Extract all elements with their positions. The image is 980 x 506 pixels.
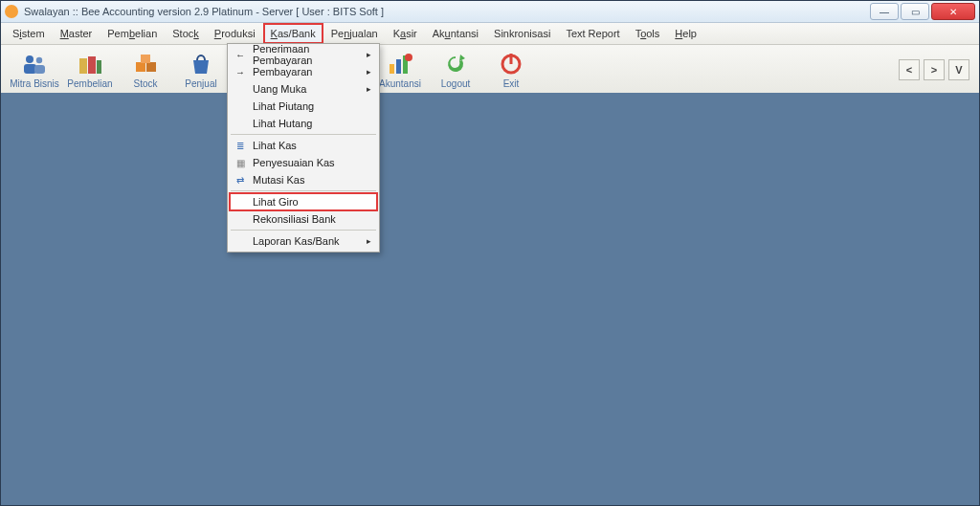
toolbar-label: Pembelian — [67, 78, 112, 89]
dd-label: Lihat Kas — [253, 140, 297, 151]
svg-rect-7 — [136, 62, 145, 72]
dd-uang-muka[interactable]: Uang Muka ▸ — [230, 80, 377, 98]
nav-dropdown-button[interactable]: V — [948, 59, 969, 80]
dd-label: Rekonsiliasi Bank — [253, 213, 336, 225]
toolbar-label: Akuntansi — [379, 78, 421, 89]
power-icon — [497, 52, 525, 77]
toolbar-label: Logout — [441, 78, 471, 89]
menu-akuntansi[interactable]: Akuntansi — [425, 23, 486, 44]
menu-produksi[interactable]: Produksi — [207, 23, 263, 44]
dd-label: Uang Muka — [253, 83, 306, 95]
kas-bank-dropdown: ← Penerimaan Pembayaran ▸ → Pembayaran ▸… — [227, 43, 380, 253]
toolbar-pembelian[interactable]: Pembelian — [62, 46, 118, 94]
nav-prev-button[interactable]: < — [899, 59, 920, 80]
toolbar-label: Penjual — [185, 78, 216, 89]
dropdown-separator — [231, 134, 376, 135]
menu-sinkronisasi[interactable]: Sinkronisasi — [486, 23, 558, 44]
toolbar-akuntansi[interactable]: Akuntansi — [372, 46, 428, 94]
svg-rect-9 — [141, 55, 150, 63]
dd-label: Lihat Hutang — [253, 118, 312, 129]
dd-lihat-hutang[interactable]: Lihat Hutang — [230, 115, 377, 132]
toolbar-label: Exit — [503, 78, 520, 89]
refresh-icon — [441, 52, 470, 77]
maximize-button[interactable]: ▭ — [901, 3, 929, 20]
dd-lihat-giro[interactable]: Lihat Giro — [230, 193, 377, 210]
minimize-button[interactable]: — — [870, 3, 899, 20]
menu-pembelian[interactable]: Pembelian — [100, 23, 165, 44]
menu-master[interactable]: Master — [53, 23, 100, 44]
menu-stock[interactable]: Stock — [165, 23, 207, 44]
menu-tools[interactable]: Tools — [628, 23, 668, 44]
dd-lihat-piutang[interactable]: Lihat Piutang — [230, 98, 377, 115]
toolbar-penjualan[interactable]: Penjual — [173, 46, 229, 94]
people-icon — [20, 52, 49, 77]
svg-point-1 — [36, 56, 42, 62]
app-icon — [5, 5, 18, 18]
svg-rect-3 — [34, 65, 45, 74]
toolbar-stock[interactable]: Stock — [118, 46, 173, 94]
boxes-icon — [131, 52, 160, 77]
dd-lihat-kas[interactable]: ≣ Lihat Kas — [230, 137, 377, 154]
menu-help[interactable]: Help — [667, 23, 704, 44]
svg-rect-11 — [396, 59, 401, 74]
dd-label: Lihat Piutang — [253, 100, 314, 112]
menu-kas-bank[interactable]: Kas/Bank — [263, 23, 323, 44]
dd-label: Pembayaran — [253, 66, 312, 77]
svg-rect-4 — [79, 58, 87, 74]
menu-bar: Sistem Master Pembelian Stock Produksi K… — [1, 23, 979, 45]
svg-rect-10 — [390, 64, 394, 74]
svg-rect-6 — [97, 60, 101, 74]
arrow-left-icon: ← — [234, 48, 247, 61]
svg-rect-5 — [88, 56, 96, 74]
svg-point-0 — [26, 55, 33, 63]
workspace-area — [1, 93, 979, 505]
menu-penjualan[interactable]: Penjualan — [323, 23, 386, 44]
dd-penyesuaian-kas[interactable]: ▦ Penyesuaian Kas — [230, 154, 377, 171]
transfer-icon: ⇄ — [234, 173, 247, 187]
dd-pembayaran[interactable]: → Pembayaran ▸ — [230, 63, 377, 80]
toolbar-label: Mitra Bisnis — [10, 78, 59, 89]
submenu-arrow-icon: ▸ — [367, 50, 371, 59]
dd-laporan-kas-bank[interactable]: Laporan Kas/Bank ▸ — [230, 232, 377, 250]
menu-sistem[interactable]: Sistem — [5, 23, 53, 44]
dd-rekonsiliasi-bank[interactable]: Rekonsiliasi Bank — [230, 210, 377, 228]
submenu-arrow-icon: ▸ — [367, 84, 371, 94]
submenu-arrow-icon: ▸ — [367, 236, 371, 246]
svg-point-13 — [405, 54, 412, 61]
nav-next-button[interactable]: > — [924, 59, 945, 80]
adjust-icon: ▦ — [234, 156, 247, 169]
bag-icon — [187, 52, 215, 77]
toolbar: Mitra Bisnis Pembelian Stock Penjual — [1, 45, 979, 96]
toolbar-mitra-bisnis[interactable]: Mitra Bisnis — [7, 46, 62, 94]
svg-rect-8 — [146, 62, 156, 72]
dropdown-separator — [231, 190, 376, 191]
books-icon — [76, 52, 104, 77]
toolbar-exit[interactable]: Exit — [483, 46, 539, 94]
close-button[interactable]: ✕ — [931, 3, 975, 20]
dd-label: Lihat Giro — [253, 196, 299, 208]
arrow-right-icon: → — [234, 65, 247, 78]
dd-label: Laporan Kas/Bank — [253, 235, 340, 247]
dd-mutasi-kas[interactable]: ⇄ Mutasi Kas — [230, 171, 377, 188]
dd-label: Mutasi Kas — [253, 174, 304, 186]
dd-label: Penyesuaian Kas — [253, 157, 335, 168]
svg-rect-15 — [510, 54, 513, 64]
list-icon: ≣ — [234, 139, 247, 152]
dd-penerimaan-pembayaran[interactable]: ← Penerimaan Pembayaran ▸ — [230, 46, 377, 63]
chart-icon — [386, 52, 414, 77]
window-title: Swalayan :: Bee Accounting version 2.9 P… — [24, 6, 384, 17]
menu-kasir[interactable]: Kasir — [386, 23, 425, 44]
submenu-arrow-icon: ▸ — [367, 67, 371, 77]
menu-text-report[interactable]: Text Report — [558, 23, 627, 44]
toolbar-logout[interactable]: Logout — [428, 46, 483, 94]
dropdown-separator — [231, 230, 376, 231]
toolbar-label: Stock — [133, 78, 157, 89]
